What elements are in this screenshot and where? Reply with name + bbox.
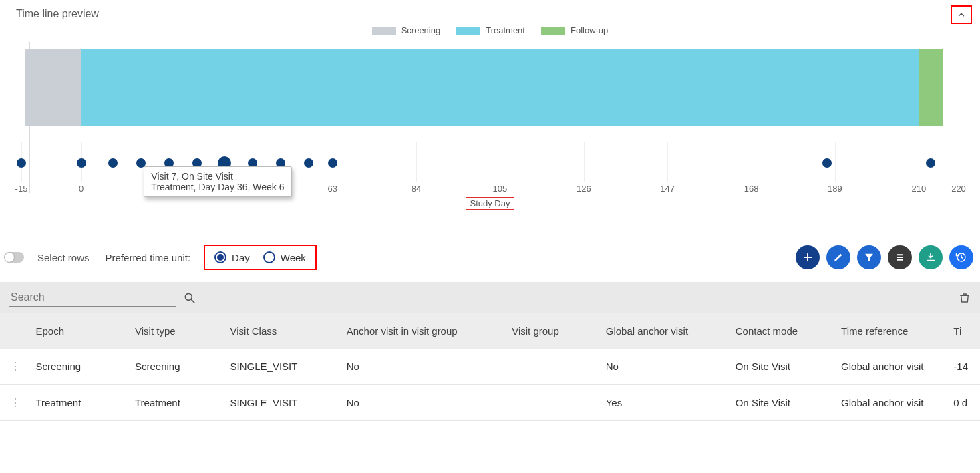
radio-day[interactable] <box>214 251 226 263</box>
x-tick: 210 <box>911 184 926 194</box>
cell-global-anchor: No <box>606 361 736 372</box>
visit-point[interactable] <box>77 158 86 168</box>
col-time-reference[interactable]: Time reference <box>841 325 953 337</box>
legend-label-treatment: Treatment <box>486 25 525 35</box>
legend-swatch-followup <box>541 27 565 35</box>
col-anchor-in-group[interactable]: Anchor visit in visit group <box>347 325 512 337</box>
legend-label-followup: Follow-up <box>570 25 608 35</box>
cell-anchor-in-group: No <box>347 361 512 372</box>
x-tick: 126 <box>577 184 591 194</box>
visit-point[interactable] <box>108 158 118 168</box>
cell-anchor-in-group: No <box>347 397 512 408</box>
search-row <box>0 282 980 313</box>
epoch-band <box>25 49 81 126</box>
cell-visit-class: SINGLE_VISIT <box>230 397 347 408</box>
col-visit-group[interactable]: Visit group <box>512 325 606 337</box>
legend-item-followup: Follow-up <box>541 25 608 35</box>
cell-contact-mode: On Site Visit <box>736 361 841 372</box>
epoch-band <box>81 49 919 126</box>
x-tick: 189 <box>828 184 842 194</box>
row-menu-button[interactable]: ⋮ <box>10 361 21 372</box>
history-button[interactable] <box>949 245 973 269</box>
x-tick: 147 <box>660 184 675 194</box>
preferred-time-unit-label: Preferred time unit: <box>106 252 191 263</box>
add-button[interactable] <box>796 245 820 269</box>
trash-icon <box>959 292 971 304</box>
download-button[interactable] <box>919 245 943 269</box>
chevron-up-icon <box>957 10 966 19</box>
columns-button[interactable] <box>888 245 912 269</box>
cell-time-reference: Global anchor visit <box>841 397 953 408</box>
filter-button[interactable] <box>857 245 881 269</box>
funnel-icon <box>864 252 874 263</box>
legend-label-screening: Screening <box>401 25 441 35</box>
visit-point[interactable] <box>926 158 935 168</box>
pencil-icon <box>833 252 844 263</box>
legend-item-treatment: Treatment <box>456 25 525 35</box>
radio-label-week: Week <box>281 252 306 263</box>
epoch-band-area <box>21 49 959 126</box>
search-input[interactable] <box>9 289 176 307</box>
col-visit-type[interactable]: Visit type <box>135 325 230 337</box>
col-epoch[interactable]: Epoch <box>36 325 135 337</box>
timeline-preview-panel: Time line preview Screening Treatment Fo… <box>0 0 980 232</box>
search-icon <box>183 291 196 305</box>
visit-point[interactable] <box>17 158 26 168</box>
visit-point[interactable] <box>328 158 337 168</box>
select-rows-toggle[interactable] <box>4 252 24 263</box>
col-global-anchor[interactable]: Global anchor visit <box>606 325 736 337</box>
col-visit-class[interactable]: Visit Class <box>230 325 347 337</box>
select-rows-label: Select rows <box>37 252 90 263</box>
plus-icon <box>802 251 814 263</box>
cell-visit-class: SINGLE_VISIT <box>230 361 347 372</box>
x-tick: 63 <box>327 184 337 194</box>
download-icon <box>925 252 936 263</box>
panel-title: Time line preview <box>16 8 964 20</box>
chart-tooltip: Visit 7, On Site Visit Treatment, Day Da… <box>144 166 291 197</box>
epoch-band <box>919 49 943 126</box>
col-tim[interactable]: Ti <box>953 325 980 337</box>
x-tick: 0 <box>79 184 84 194</box>
cell-epoch: Screening <box>36 361 135 372</box>
col-contact-mode[interactable]: Contact mode <box>736 325 841 337</box>
action-buttons <box>796 245 973 269</box>
cell-tim: -14 <box>953 361 980 372</box>
table-row[interactable]: ⋮TreatmentTreatmentSINGLE_VISITNoYesOn S… <box>0 385 980 421</box>
table-controls-row: Select rows Preferred time unit: Day Wee… <box>0 232 980 282</box>
timeline-chart[interactable]: -1506384105126147168189210220 Study Day … <box>20 42 960 216</box>
table-body: ⋮ScreeningScreeningSINGLE_VISITNoNoOn Si… <box>0 349 980 421</box>
x-tick: 105 <box>493 184 508 194</box>
x-tick: 168 <box>744 184 759 194</box>
row-menu-button[interactable]: ⋮ <box>10 397 21 408</box>
x-tick: 220 <box>951 184 966 194</box>
radio-label-day: Day <box>232 252 250 263</box>
time-unit-radio-group: Day Week <box>204 245 317 270</box>
tooltip-line1: Visit 7, On Site Visit <box>151 171 284 182</box>
cell-contact-mode: On Site Visit <box>736 397 841 408</box>
edit-button[interactable] <box>826 245 850 269</box>
legend-swatch-treatment <box>456 27 480 35</box>
legend-item-screening: Screening <box>372 25 441 35</box>
cell-global-anchor: Yes <box>606 397 736 408</box>
table-header-row: Epoch Visit type Visit Class Anchor visi… <box>0 313 980 349</box>
svg-point-0 <box>185 293 192 300</box>
visit-point[interactable] <box>304 158 313 168</box>
history-icon <box>955 251 967 263</box>
delete-button[interactable] <box>959 292 971 304</box>
x-axis-label: Study Day <box>466 197 515 210</box>
list-icon <box>894 252 905 263</box>
visit-point[interactable] <box>822 158 832 168</box>
x-tick: -15 <box>15 184 28 194</box>
collapse-panel-button[interactable] <box>951 5 972 24</box>
legend-swatch-screening <box>372 27 396 35</box>
table-row[interactable]: ⋮ScreeningScreeningSINGLE_VISITNoNoOn Si… <box>0 349 980 385</box>
x-tick: 84 <box>412 184 421 194</box>
chart-legend: Screening Treatment Follow-up <box>16 25 964 35</box>
search-button[interactable] <box>183 291 196 305</box>
tooltip-line2: Treatment, Day Day 36, Week 6 <box>151 182 284 192</box>
cell-tim: 0 d <box>953 397 980 408</box>
cell-time-reference: Global anchor visit <box>841 361 953 372</box>
cell-visit-type: Screening <box>135 361 230 372</box>
radio-week[interactable] <box>263 251 275 263</box>
cell-epoch: Treatment <box>36 397 135 408</box>
